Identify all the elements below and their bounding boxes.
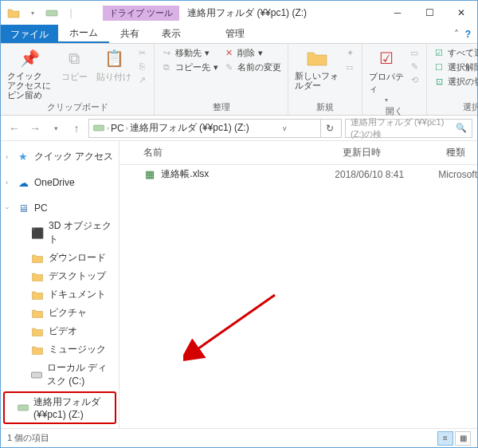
disk-icon [31,368,42,381]
close-button[interactable]: ✕ [445,2,477,24]
rename-icon: ✎ [223,62,234,73]
tab-view[interactable]: 表示 [151,25,192,43]
nav-network-drive[interactable]: 連絡用フォルダ (¥¥pc1) (Z:) [3,391,116,424]
help-icon[interactable]: ? [465,29,471,40]
invert-icon: ⊡ [433,77,445,88]
select-all-button[interactable]: ☑すべて選択 [433,47,478,59]
maximize-button[interactable]: ☐ [413,2,445,24]
group-new: 新しいフォルダー ✦ ⚏ 新規 [288,44,362,115]
xlsx-icon: ▦ [143,168,156,181]
nav-videos[interactable]: ビデオ [1,322,119,340]
open-button[interactable]: ▭ [409,47,420,58]
new-item-button[interactable]: ✦ [344,47,355,58]
expand-icon[interactable]: › [6,153,8,161]
nav-documents[interactable]: ドキュメント [1,285,119,304]
properties-icon: ☑ [375,47,398,69]
svg-rect-1 [94,125,104,131]
svg-rect-3 [18,405,29,411]
col-type[interactable]: 種類 [438,141,477,164]
file-name: 連絡帳.xlsx [161,167,209,181]
nav-onedrive[interactable]: › ☁ OneDrive [1,174,119,191]
search-input[interactable]: 連絡用フォルダ (¥¥pc1) (Z:)の検 🔍 [345,119,472,138]
easy-icon: ⚏ [344,61,355,72]
file-row[interactable]: ▦ 連絡帳.xlsx 2018/06/10 8:41 Microsoft [120,165,477,183]
pin-to-quick-access-button[interactable]: 📌 クイック アクセスにピン留め [7,47,52,100]
copy-icon: ⧉ [63,47,85,69]
paste-shortcut-button[interactable]: ↗ [136,74,147,85]
quick-access-toolbar: ▾ | [1,5,79,21]
ribbon-collapse-icon[interactable]: ˄ [454,29,459,40]
download-icon [31,252,44,265]
delete-button[interactable]: ✕削除 ▾ [223,47,281,59]
new-item-icon: ✦ [344,47,355,58]
documents-icon [31,289,44,301]
desktop-icon [31,270,44,283]
refresh-button[interactable]: ↻ [320,120,338,137]
col-date[interactable]: 更新日時 [335,141,438,164]
videos-icon [31,325,44,338]
breadcrumb[interactable]: › PC › 連絡用フォルダ (¥¥pc1) (Z:) v ↻ [88,119,342,138]
pictures-icon [31,307,44,320]
nav-pc[interactable]: › 🖥 PC [1,199,119,217]
rename-button[interactable]: ✎名前の変更 [223,61,281,73]
file-list-pane: 名前 更新日時 種類 ▦ 連絡帳.xlsx 2018/06/10 8:41 Mi… [120,141,477,428]
tab-share[interactable]: 共有 [109,25,151,43]
expand-icon[interactable]: › [6,179,8,187]
shortcut-icon: ↗ [136,74,147,85]
open-icon: ▭ [409,47,420,58]
move-to-button[interactable]: ↪移動先 ▾ [161,47,218,59]
easy-access-button[interactable]: ⚏ [344,61,355,72]
group-select: ☑すべて選択 ☐選択解除 ⊡選択の切り替え 選択 [427,44,478,115]
tab-home[interactable]: ホーム [58,25,109,43]
properties-button[interactable]: ☑ プロパティ ▾ [369,47,404,104]
nav-up-button[interactable]: ↑ [68,120,85,137]
minimize-button[interactable]: ─ [382,2,413,24]
edit-icon: ✎ [409,61,420,72]
file-date: 2018/06/10 8:41 [335,169,438,180]
file-list[interactable]: ▦ 連絡帳.xlsx 2018/06/10 8:41 Microsoft [120,165,477,428]
crumb-pc[interactable]: PC [111,123,124,134]
music-icon [31,344,44,356]
cut-button[interactable]: ✂ [136,47,147,58]
invert-selection-button[interactable]: ⊡選択の切り替え [433,76,478,88]
address-dropdown-icon[interactable]: v [276,120,293,137]
group-clipboard: 📌 クイック アクセスにピン留め ⧉ コピー 📋 貼り付け ✂ ⎘ ↗ クリップ… [1,44,155,115]
file-type: Microsoft [438,169,477,180]
drive-icon [44,5,60,21]
chevron-right-icon[interactable]: › [107,124,109,132]
item-count: 1 個の項目 [7,432,49,444]
copy-to-button[interactable]: ⧉コピー先 ▾ [161,61,218,73]
tab-manage[interactable]: 管理 [214,25,256,43]
group-label-organize: 整理 [161,100,281,113]
nav-music[interactable]: ミュージック [1,340,119,359]
chevron-right-icon[interactable]: › [126,124,128,132]
copy-path-button[interactable]: ⎘ [136,61,147,72]
nav-quick-access[interactable]: › ★ クイック アクセス [1,147,119,166]
nav-recent-button[interactable]: ▾ [47,120,65,137]
objects-icon: ⬛ [31,226,44,239]
paste-button[interactable]: 📋 貼り付け [96,47,131,83]
nav-pictures[interactable]: ピクチャ [1,304,119,322]
collapse-icon[interactable]: › [3,207,11,210]
nav-3d-objects[interactable]: ⬛3D オブジェクト [1,217,119,249]
select-all-icon: ☑ [433,48,445,59]
col-name[interactable]: 名前 [120,141,335,164]
nav-downloads[interactable]: ダウンロード [1,249,119,267]
navigation-pane: › ★ クイック アクセス › ☁ OneDrive › 🖥 PC ⬛3D オブ… [1,141,120,428]
nav-forward-button[interactable]: → [26,120,44,137]
nav-desktop[interactable]: デスクトップ [1,267,119,285]
thumbnails-view-button[interactable]: ▦ [455,431,471,446]
window-controls: ─ ☐ ✕ [382,2,477,24]
select-none-button[interactable]: ☐選択解除 [433,61,478,73]
network-drive-icon [18,402,29,415]
nav-local-disk[interactable]: ローカル ディスク (C:) [1,359,119,391]
tab-file[interactable]: ファイル [1,25,58,43]
nav-back-button[interactable]: ← [6,120,23,137]
qat-dropdown-icon[interactable]: ▾ [25,5,41,21]
crumb-current[interactable]: 連絡用フォルダ (¥¥pc1) (Z:) [130,121,249,135]
new-folder-button[interactable]: 新しいフォルダー [295,47,339,90]
details-view-button[interactable]: ≡ [437,431,453,446]
edit-button[interactable]: ✎ [409,61,420,72]
copy-button[interactable]: ⧉ コピー [57,47,92,83]
history-button[interactable]: ⟲ [409,74,420,85]
